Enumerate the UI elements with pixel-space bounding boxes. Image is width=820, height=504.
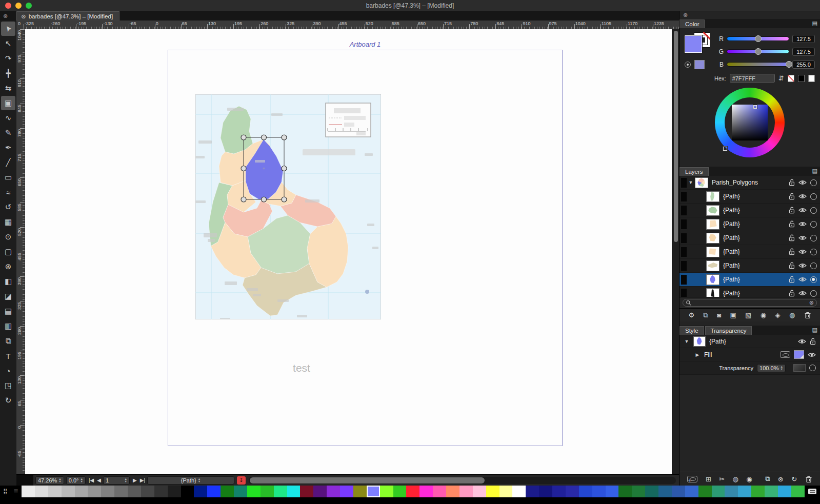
lock-icon[interactable] [789,290,795,297]
palette-swatch[interactable] [725,486,738,497]
target-radio[interactable] [810,193,817,200]
tool-button[interactable]: ▢ [1,245,15,259]
tab-style[interactable]: Style [679,326,704,335]
layer-label[interactable]: {Path} [723,248,789,255]
palette-swatch[interactable] [765,486,778,497]
palette-swatch[interactable] [168,486,181,497]
zoom-stepper[interactable]: ▲▼ [58,478,61,483]
layer-label[interactable]: Parish_Polygons [712,179,789,186]
zoom-level[interactable]: 47.26% ▲▼ [35,476,64,485]
hue-marker[interactable] [723,147,727,151]
tool-button[interactable]: ✒ [1,140,15,155]
eye-icon[interactable] [798,207,807,213]
target-radio[interactable] [810,276,817,283]
map-object[interactable] [195,94,381,319]
palette-swatch[interactable] [552,486,566,497]
tool-button[interactable]: ▥ [1,319,15,333]
tool-button[interactable]: ↻ [1,393,15,408]
first-page-button[interactable]: |◀ [89,477,94,483]
lock-icon[interactable] [789,234,795,241]
palette-swatch[interactable] [526,486,539,497]
layers-toolbar-button[interactable]: ◙ [717,311,721,319]
palette-swatch[interactable] [778,486,791,497]
palette-swatch[interactable] [207,486,221,497]
tool-button[interactable]: ▭ [1,170,15,185]
target-radio[interactable] [810,235,817,241]
disclosure-icon[interactable]: ▼ [687,180,695,185]
layers-toolbar-button[interactable]: ◈ [775,311,780,319]
comment-button[interactable] [805,486,820,497]
saturation-square[interactable] [732,105,768,140]
palette-swatch[interactable] [101,486,114,497]
palette-swatch[interactable] [512,486,526,497]
style-toolbar-button[interactable]: ⊗ [778,475,784,483]
page-number-field[interactable]: 1 ▲▼ [103,476,130,485]
tool-button[interactable]: ◔ [1,364,15,378]
layer-label[interactable]: {Path} [723,234,789,241]
layer-tag[interactable] [681,275,687,285]
layer-search-field[interactable]: ⊗ [683,299,817,307]
palette-swatch[interactable] [712,486,725,497]
color-panel-menu-icon[interactable]: ▤ [812,20,817,27]
target-radio[interactable] [810,207,817,214]
layer-row[interactable]: {Path} [679,287,820,297]
vertical-scrollbar[interactable] [672,29,679,474]
tool-button[interactable]: ⇆ [1,81,15,95]
layer-row[interactable]: {Path} [679,190,820,204]
tool-button[interactable]: ↖ [1,36,15,51]
lock-icon[interactable] [789,220,795,228]
tab-color[interactable]: Color [679,19,705,28]
tool-button[interactable]: ⊙ [1,230,15,244]
palette-swatch[interactable] [247,486,261,497]
search-input[interactable] [694,300,807,306]
selection-stepper[interactable]: ▲▼ [198,478,201,483]
tool-button[interactable]: ▦ [1,215,15,229]
palette-swatch[interactable] [579,486,592,497]
layer-label[interactable]: {Path} [723,276,789,283]
layer-tag[interactable] [681,206,687,215]
palette-swatch[interactable] [234,486,247,497]
target-radio[interactable] [810,263,817,269]
layer-tag[interactable] [681,261,687,271]
tab-transparency[interactable]: Transparency [705,326,752,335]
palette-swatch[interactable] [419,486,433,497]
document-tab[interactable]: ⊗ barbades [@47.3%] – [Modified] [16,11,119,21]
canvas[interactable]: Artboard 1 test [25,29,672,474]
layer-tag[interactable] [681,219,687,229]
eye-icon[interactable] [798,338,806,345]
lock-icon[interactable] [789,193,795,200]
style-toolbar-button[interactable]: ✂ [719,475,725,483]
vertical-scroll-thumb[interactable] [674,31,678,242]
tool-button[interactable]: ≈ [1,185,15,199]
palette-swatch[interactable] [738,486,751,497]
list-view-icon[interactable]: ≣ [14,488,18,495]
palette-swatch[interactable] [88,486,101,497]
transparency-value[interactable]: 100.0% ▲▼ [757,364,786,372]
slider-handle[interactable] [755,35,762,42]
trash-icon[interactable] [805,475,812,483]
tool-button[interactable]: ➤ [1,22,15,36]
palette-swatch[interactable] [698,486,712,497]
lock-icon[interactable] [789,262,795,269]
panel-close-icon[interactable]: ⊗ [683,12,688,18]
target-radio[interactable] [810,249,817,255]
layers-toolbar-button[interactable]: ⚙ [688,311,694,319]
palette-swatch[interactable] [22,486,35,497]
style-chip-icon[interactable] [780,351,790,358]
palette-swatch[interactable] [486,486,499,497]
channel-value[interactable]: 127.5 [792,48,815,56]
color-wheel[interactable] [715,88,785,157]
palette-swatch[interactable] [672,486,685,497]
eye-icon[interactable] [798,221,807,227]
tool-button[interactable]: ╋ [1,66,15,80]
tool-button[interactable]: ◪ [1,289,15,304]
palette-swatch[interactable] [128,486,141,497]
prev-page-button[interactable]: ◀ [97,477,101,483]
palette-swatch[interactable] [566,486,579,497]
palette-swatch[interactable] [367,486,380,497]
channel-slider[interactable] [727,49,789,54]
style-panel-menu-icon[interactable]: ▤ [812,327,817,333]
palette-swatch[interactable] [154,486,168,497]
palette-swatch[interactable] [606,486,619,497]
tool-button[interactable]: ▣ [1,96,15,110]
